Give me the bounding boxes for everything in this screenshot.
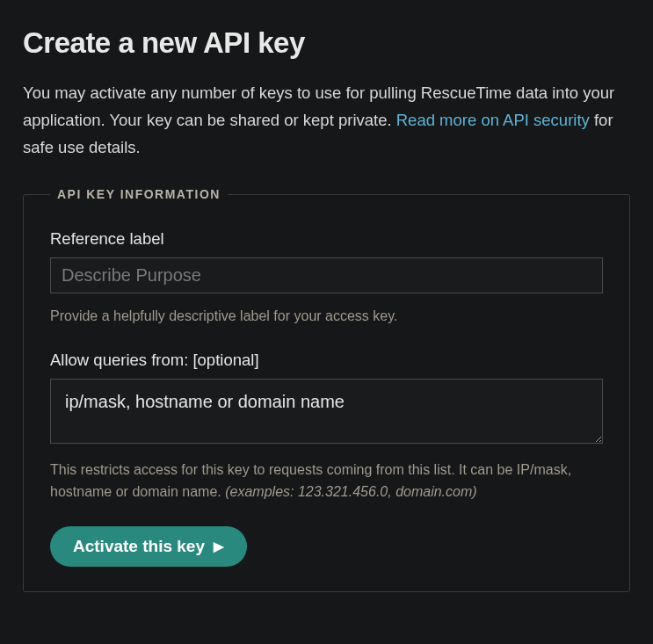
api-key-fieldset: API KEY INFORMATION Reference label Prov… xyxy=(23,187,630,591)
intro-paragraph: You may activate any number of keys to u… xyxy=(23,79,630,161)
allow-queries-help: This restricts access for this key to re… xyxy=(50,459,603,503)
api-security-link[interactable]: Read more on API security xyxy=(396,111,590,129)
activate-key-button[interactable]: Activate this key ▶ xyxy=(50,526,247,567)
reference-label-help: Provide a helpfully descriptive label fo… xyxy=(50,306,603,328)
allow-queries-help-examples: (examples: 123.321.456.0, domain.com) xyxy=(225,484,476,499)
arrow-right-icon: ▶ xyxy=(214,539,224,554)
reference-label-label: Reference label xyxy=(50,229,603,249)
fieldset-legend: API KEY INFORMATION xyxy=(50,187,228,201)
activate-key-button-label: Activate this key xyxy=(73,537,205,556)
allow-queries-textarea[interactable]: ip/mask, hostname or domain name xyxy=(50,379,603,444)
allow-queries-label: Allow queries from: [optional] xyxy=(50,351,603,370)
page-title: Create a new API key xyxy=(23,26,630,60)
reference-label-input[interactable] xyxy=(50,257,603,293)
